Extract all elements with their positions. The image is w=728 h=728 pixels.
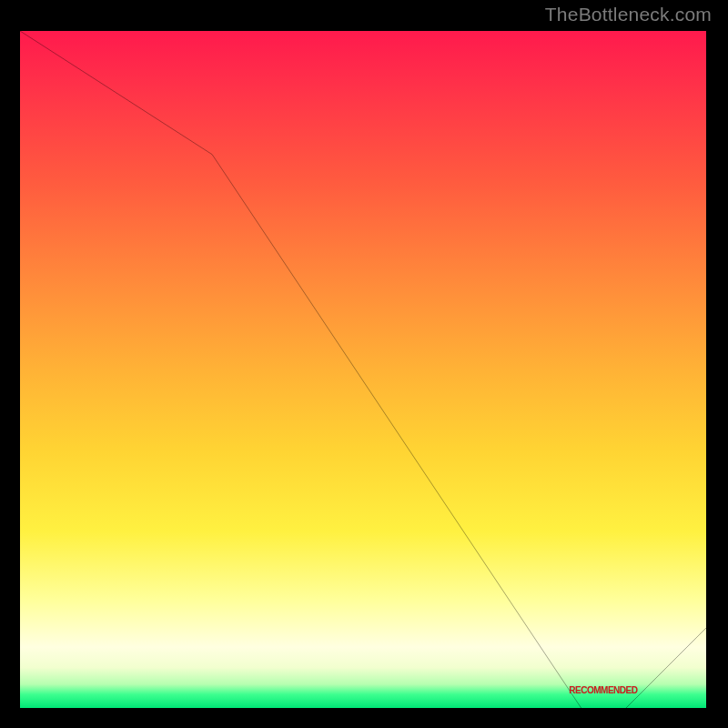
plot-area: RECOMMENDED [20, 31, 706, 708]
plot-frame: RECOMMENDED [16, 27, 710, 712]
recommended-marker: RECOMMENDED [569, 685, 637, 695]
line-series [20, 31, 706, 708]
watermark-text: TheBottleneck.com [545, 4, 712, 25]
chart-container: TheBottleneck.com RECOMMENDED [0, 0, 728, 728]
